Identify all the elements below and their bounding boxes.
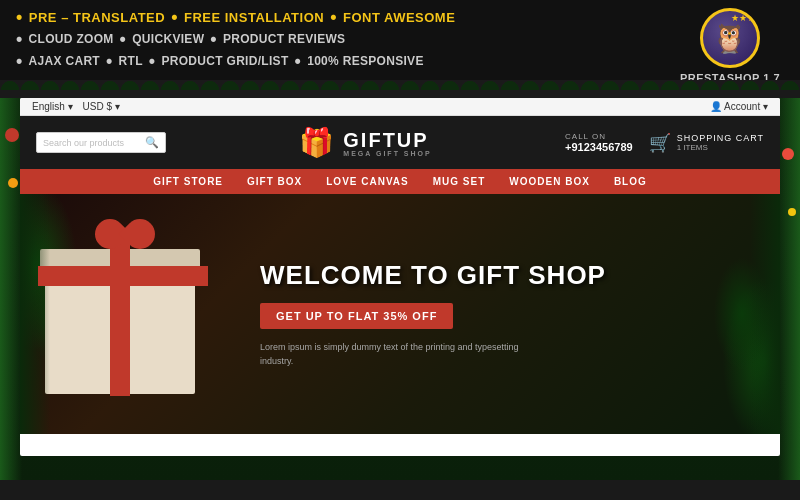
ornament-1 <box>5 128 19 142</box>
nav-love-canvas[interactable]: LOVE CANVAS <box>326 176 409 187</box>
cart-count: 1 ITEMS <box>677 143 764 152</box>
nav-mug-set[interactable]: MUG SET <box>433 176 486 187</box>
ornament-4 <box>788 208 796 216</box>
banner-row-2: • CLOUD ZOOM • QUICKVIEW • PRODUCT REVIE… <box>16 30 784 48</box>
bullet-7: • <box>16 52 23 70</box>
bullet-5: • <box>120 30 127 48</box>
christmas-frame-top <box>0 80 800 90</box>
feature-responsive: 100% RESPONSIVE <box>307 54 424 68</box>
bullet-1: • <box>16 8 23 26</box>
header-right: CALL ON +9123456789 🛒 SHOPPING CART 1 IT… <box>565 132 764 154</box>
currency-selector[interactable]: USD $ ▾ <box>83 101 120 112</box>
logo-text: GIFTUP <box>343 129 431 152</box>
store-hero: WELCOME TO GIFT SHOP GET UP TO FLAT 35% … <box>20 194 780 434</box>
account-menu[interactable]: 👤 Account ▾ <box>710 101 768 112</box>
logo-subtitle: MEGA GIFT SHOP <box>343 150 431 157</box>
ornament-3 <box>782 148 794 160</box>
cart-icon: 🛒 <box>649 132 671 154</box>
gift-bow <box>95 219 155 259</box>
bullet-3: • <box>330 8 337 26</box>
store-logo: 🎁 GIFTUP MEGA GIFT SHOP <box>299 126 431 159</box>
bullet-8: • <box>106 52 113 70</box>
bullet-2: • <box>171 8 178 26</box>
hero-cta-button[interactable]: GET UP TO FLAT 35% OFF <box>260 303 453 329</box>
hero-gift-illustration <box>30 214 230 414</box>
search-icon[interactable]: 🔍 <box>145 136 159 149</box>
language-selector[interactable]: English ▾ <box>32 101 73 112</box>
feature-font-awesome: FONT AWESOME <box>343 10 455 25</box>
feature-rtl: RTL <box>119 54 143 68</box>
feature-cloud-zoom: CLOUD ZOOM <box>29 32 114 46</box>
store-preview: English ▾ USD $ ▾ 👤 Account ▾ Search our… <box>20 98 780 456</box>
nav-gift-box[interactable]: GIFT BOX <box>247 176 302 187</box>
preview-wrapper: English ▾ USD $ ▾ 👤 Account ▾ Search our… <box>0 98 800 480</box>
gift-ribbon-horizontal <box>38 266 208 286</box>
banner-row-3: • AJAX CART • RTL • PRODUCT GRID/LIST • … <box>16 52 784 70</box>
feature-product-reviews: PRODUCT REVIEWS <box>223 32 346 46</box>
call-label: CALL ON <box>565 132 633 141</box>
cart-info[interactable]: 🛒 SHOPPING CART 1 ITEMS <box>649 132 764 154</box>
bullet-4: • <box>16 30 23 48</box>
store-nav: GIFT STORE GIFT BOX LOVE CANVAS MUG SET … <box>20 169 780 194</box>
badge-circle: ★★★ <box>700 8 760 68</box>
nav-blog[interactable]: BLOG <box>614 176 647 187</box>
gift-ribbon-vertical <box>110 236 130 396</box>
hero-content: WELCOME TO GIFT SHOP GET UP TO FLAT 35% … <box>230 240 780 388</box>
bullet-6: • <box>210 30 217 48</box>
bullet-10: • <box>295 52 302 70</box>
banner-row-1: • PRE – TRANSLATED • FREE INSTALLATION •… <box>16 8 784 26</box>
cart-label: SHOPPING CART <box>677 133 764 143</box>
call-number: +9123456789 <box>565 141 633 153</box>
christmas-scallop <box>0 80 800 90</box>
nav-wooden-box[interactable]: WOODEN BOX <box>509 176 590 187</box>
store-topbar: English ▾ USD $ ▾ 👤 Account ▾ <box>20 98 780 116</box>
feature-pre-translated: PRE – TRANSLATED <box>29 10 165 25</box>
badge-stars: ★★★ <box>731 13 755 23</box>
search-box[interactable]: Search our products 🔍 <box>36 132 166 153</box>
feature-ajax-cart: AJAX CART <box>29 54 100 68</box>
ornament-2 <box>8 178 18 188</box>
pine-left <box>0 98 22 480</box>
nav-gift-store[interactable]: GIFT STORE <box>153 176 223 187</box>
top-banner: • PRE – TRANSLATED • FREE INSTALLATION •… <box>0 0 800 80</box>
feature-quickview: QUICKVIEW <box>132 32 204 46</box>
bullet-9: • <box>149 52 156 70</box>
foliage-left <box>20 194 50 434</box>
feature-free-installation: FREE INSTALLATION <box>184 10 324 25</box>
prestashop-badge: ★★★ PRESTASHOP 1.7 <box>680 8 780 84</box>
hero-title: WELCOME TO GIFT SHOP <box>260 260 760 291</box>
hero-description: Lorem ipsum is simply dummy text of the … <box>260 341 520 368</box>
call-info: CALL ON +9123456789 <box>565 132 633 153</box>
search-placeholder: Search our products <box>43 138 145 148</box>
feature-product-grid: PRODUCT GRID/LIST <box>161 54 288 68</box>
logo-gift-icon: 🎁 <box>299 126 335 159</box>
store-header: Search our products 🔍 🎁 GIFTUP MEGA GIFT… <box>20 116 780 169</box>
